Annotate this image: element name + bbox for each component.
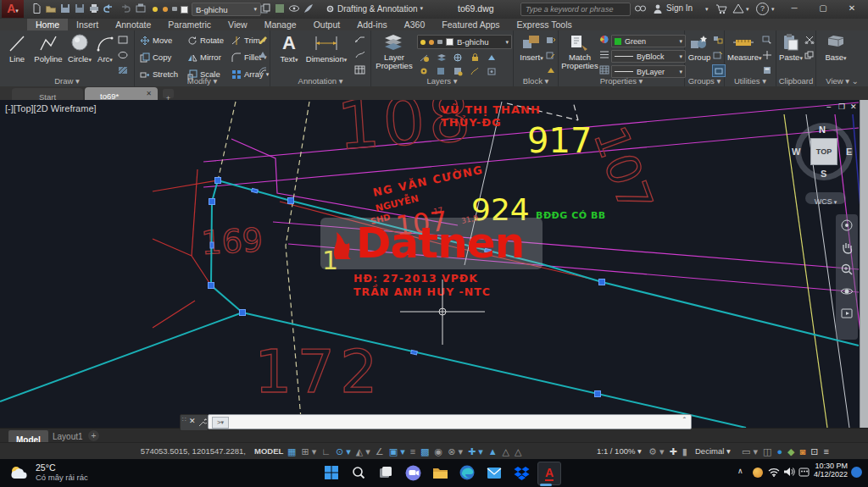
ribbon-tab[interactable]: Output	[305, 19, 349, 30]
layer-state-icon[interactable]	[487, 66, 498, 76]
ribbon-tab[interactable]: Manage	[256, 19, 305, 30]
viewport-restore-icon[interactable]: ❐	[838, 102, 845, 111]
arc-button[interactable]: Arc▾	[95, 33, 115, 64]
autocad-taskbar-icon[interactable]: A	[537, 462, 561, 485]
mail-icon[interactable]	[483, 462, 505, 484]
status-toggle-icon[interactable]: △	[512, 443, 524, 460]
ribbon-tab[interactable]: Express Tools	[509, 19, 581, 30]
status-toggle-icon[interactable]: ∠	[373, 443, 387, 460]
ribbon-tab[interactable]: Add-ins	[348, 19, 396, 30]
viewcube-east[interactable]: E	[846, 147, 852, 157]
layout1-tab[interactable]: Layout1	[53, 432, 83, 441]
edge-icon[interactable]	[456, 462, 478, 484]
ellipse-tool-button[interactable]	[117, 49, 129, 60]
ribbon-tab[interactable]: Annotate	[107, 19, 159, 30]
status-toggle-icon[interactable]: ⊞ ▾	[298, 443, 319, 460]
dimension-button[interactable]: Dimension▾	[304, 33, 348, 64]
save-as-icon[interactable]	[74, 3, 86, 14]
autodesk-360-icon[interactable]	[732, 3, 744, 14]
base-button[interactable]: Base▾	[823, 33, 849, 63]
multileader-button[interactable]	[353, 34, 365, 45]
transparency-grid-button[interactable]	[598, 64, 610, 75]
explode-button[interactable]	[257, 49, 269, 60]
group-edit-button[interactable]	[712, 49, 724, 60]
task-view-icon[interactable]	[375, 462, 397, 484]
tab-close-icon[interactable]: ✕	[146, 87, 152, 100]
ribbon-tab[interactable]: Featured Apps	[433, 19, 508, 30]
viewcube-west[interactable]: W	[792, 147, 800, 157]
status-toggle-icon[interactable]: ⊙ ▾	[333, 443, 353, 460]
search-taskbar-icon[interactable]	[348, 462, 370, 484]
new-file-icon[interactable]	[31, 3, 42, 14]
line-button[interactable]: Line	[3, 33, 31, 64]
offset-button[interactable]	[257, 64, 269, 75]
status-toggle-icon[interactable]: ⊗ ▾	[445, 443, 465, 460]
status-right-icon[interactable]: ≡	[821, 443, 831, 460]
status-tool-icon[interactable]: ✚	[666, 443, 679, 460]
layer-lock-tool-icon[interactable]	[470, 53, 481, 63]
file-tab-active[interactable]: to69* ✕	[85, 87, 158, 100]
undo-icon[interactable]	[103, 3, 116, 14]
chat-icon[interactable]	[402, 462, 424, 484]
ribbon-tab[interactable]: Insert	[68, 19, 107, 30]
layer-lock-icon[interactable]	[172, 7, 177, 11]
weather-icon[interactable]	[8, 463, 31, 482]
status-right-icon[interactable]: ◆	[785, 443, 797, 460]
draw-panel-label[interactable]: Draw ▾	[0, 76, 134, 86]
groups-panel-label[interactable]: Groups ▾	[685, 76, 724, 86]
new-tab-button[interactable]: +	[163, 89, 174, 98]
ungroup-button[interactable]	[712, 34, 724, 45]
annotation-panel-label[interactable]: Annotation ▾	[270, 76, 370, 86]
wrench-icon[interactable]	[198, 418, 207, 427]
paste-button[interactable]: Paste▾	[779, 33, 803, 63]
steering-wheel-icon[interactable]	[836, 214, 858, 236]
text-button[interactable]: A Text▾	[277, 33, 301, 64]
layer-freeze-icon[interactable]	[453, 53, 464, 63]
pan-hand-icon[interactable]	[836, 236, 858, 258]
color-dropdown[interactable]: Green ▾	[611, 35, 686, 47]
autocad-app-menu[interactable]: A▾	[2, 0, 24, 18]
status-right-icon[interactable]: ◙	[798, 443, 809, 460]
save-icon[interactable]	[59, 3, 71, 14]
status-right-icon[interactable]: ⊡	[808, 443, 821, 460]
layer-match-icon[interactable]	[487, 53, 498, 63]
qat-layer-dropdown[interactable]: B-ghichu ▾	[192, 3, 261, 16]
utilities-panel-label[interactable]: Utilities ▾	[725, 76, 776, 86]
plot-icon[interactable]	[88, 3, 100, 14]
help-icon[interactable]: ?	[756, 3, 769, 15]
rotate-button[interactable]: Rotate	[187, 34, 224, 47]
block-panel-label[interactable]: Block ▾	[514, 76, 558, 86]
layer-on-bulb-icon[interactable]	[153, 7, 158, 12]
table-button[interactable]	[353, 64, 365, 75]
status-toggle-icon[interactable]: ▲	[486, 443, 500, 460]
leader-style-button[interactable]	[353, 49, 365, 60]
layer-prev-icon[interactable]	[436, 66, 447, 76]
file-tab-start[interactable]: Start	[12, 88, 83, 100]
dropbox-icon[interactable]	[510, 462, 532, 484]
plot-preview-icon[interactable]	[135, 3, 147, 14]
command-input[interactable]: >▾ ˆ	[208, 414, 692, 429]
command-close-icon[interactable]: ✕	[189, 417, 196, 425]
minimize-button[interactable]: ─	[782, 0, 807, 17]
ribbon-tab[interactable]: Home	[27, 19, 68, 30]
add-layout-button[interactable]: +	[88, 430, 99, 441]
group-button[interactable]: Group	[687, 33, 712, 62]
visibility-eye-icon[interactable]	[288, 3, 300, 14]
viewport-close-icon[interactable]: ✕	[850, 102, 857, 111]
workspace-switcher[interactable]: Drafting & Annotation ▾	[322, 3, 426, 14]
hatch-tool-button[interactable]	[117, 64, 129, 75]
status-toggle-icon[interactable]: ▣ ▾	[387, 443, 408, 460]
layer-properties-button[interactable]: Layer Properties	[375, 33, 414, 70]
viewcube-top-face[interactable]: TOP	[810, 138, 837, 165]
linetype-dropdown[interactable]: ByBlock ▾	[611, 50, 686, 63]
notification-badge[interactable]	[851, 467, 862, 478]
polyline-button[interactable]: Polyline	[32, 33, 64, 64]
color-wheel-button[interactable]	[598, 34, 610, 45]
layer-current-icon[interactable]	[419, 66, 430, 76]
file-explorer-icon[interactable]	[429, 462, 451, 484]
command-prompt-chip[interactable]: >▾	[212, 417, 229, 429]
viewport-minimize-icon[interactable]: −	[826, 102, 832, 112]
modify-panel-label[interactable]: Modify ▾	[135, 76, 270, 86]
right-scrollbar[interactable]	[860, 100, 868, 428]
linetype-list-button[interactable]	[598, 49, 610, 60]
